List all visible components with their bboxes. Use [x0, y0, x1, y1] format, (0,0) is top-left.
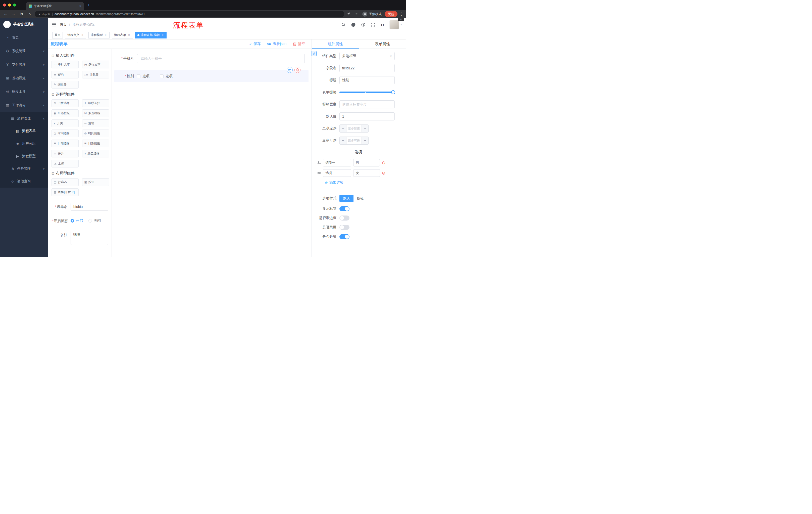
sidebar-item-process-mgmt[interactable]: ☰ 流程管理 ∧ — [0, 112, 48, 125]
drag-handle-icon[interactable] — [317, 171, 321, 175]
tag-process-definition[interactable]: 流程定义 × — [65, 32, 86, 38]
minus-icon[interactable]: − — [340, 137, 346, 144]
sidebar-item-process-model[interactable]: ▶ 流程模型 — [0, 150, 48, 162]
option-value-input[interactable] — [353, 159, 380, 166]
palette-item-checkbox-group[interactable]: ☑多选框组 — [82, 109, 109, 117]
palette-item-select[interactable]: ⊙下拉选择 — [52, 99, 79, 107]
close-icon[interactable]: × — [161, 33, 164, 37]
font-size-icon[interactable]: TT — [380, 23, 384, 27]
form-name-input[interactable] — [70, 203, 108, 211]
remove-option-icon[interactable]: ⊖ — [382, 161, 385, 165]
sidebar-item-home[interactable]: ◔ 首页 — [0, 31, 48, 44]
palette-item-upload[interactable]: ☁上传 — [52, 160, 79, 167]
field-name-input[interactable] — [340, 64, 395, 72]
palette-item-color-picker[interactable]: ◑颜色选择 — [82, 150, 109, 157]
sidebar-item-infra[interactable]: ⊞ 基础设施 ∨ — [0, 72, 48, 85]
new-tab-button[interactable]: + — [87, 2, 90, 8]
back-icon[interactable]: ← — [2, 11, 8, 17]
phone-input[interactable] — [137, 54, 305, 63]
minimize-window-button[interactable] — [8, 3, 11, 6]
form-canvas[interactable]: 手机号 性别 选项一 选项二 — [112, 49, 312, 257]
tag-process-form[interactable]: 流程表单 × — [112, 32, 133, 38]
palette-item-row-container[interactable]: ◫行容器 — [52, 178, 79, 186]
palette-item-editor[interactable]: ✎编辑器 — [52, 81, 79, 88]
stepper-placeholder[interactable]: 至少应选 — [346, 125, 361, 132]
palette-item-multi-text[interactable]: ▤多行文本 — [82, 61, 109, 69]
close-window-button[interactable] — [3, 3, 6, 6]
tag-process-form-edit[interactable]: 流程表单-编辑 × — [135, 32, 167, 38]
fullscreen-icon[interactable] — [371, 23, 375, 27]
border-toggle[interactable] — [340, 216, 349, 220]
plus-icon[interactable]: + — [361, 125, 368, 132]
plus-icon[interactable]: + — [361, 137, 368, 144]
save-button[interactable]: ✓ 保存 — [249, 42, 261, 46]
gender-option-1[interactable]: 选项一 — [137, 74, 153, 78]
palette-item-cascader[interactable]: ⋔级联选择 — [82, 99, 109, 107]
status-radio-off[interactable]: 关闭 — [88, 218, 101, 223]
palette-item-button[interactable]: ▣按钮 — [82, 178, 109, 186]
address-bar[interactable]: ▲ 不安全 dashboard.yudao.iocoder.cn/bpm/man… — [35, 11, 344, 17]
component-type-select[interactable]: 多选框组 ∨ — [340, 52, 395, 60]
style-button-button[interactable]: 按钮 — [353, 195, 367, 202]
add-option-button[interactable]: ⊕ 添加选项 — [325, 180, 400, 185]
tag-home[interactable]: 首页 — [52, 32, 63, 38]
clear-button[interactable]: 清空 — [293, 42, 305, 46]
palette-item-time-picker[interactable]: ◷时间选择 — [52, 130, 79, 137]
palette-item-slider[interactable]: ⊸滑块 — [82, 119, 109, 127]
palette-item-switch[interactable]: ◐开关 — [52, 119, 79, 127]
gender-option-2[interactable]: 选项二 — [160, 74, 176, 78]
security-warning[interactable]: ▲ 不安全 — [38, 12, 50, 16]
palette-item-single-text[interactable]: ▭单行文本 — [52, 61, 79, 69]
close-icon[interactable]: × — [81, 33, 84, 37]
sidebar-item-user-group[interactable]: ☻ 用户分组 — [0, 137, 48, 150]
palette-item-date-range[interactable]: ⊞日期范围 — [82, 140, 109, 147]
label-width-input[interactable] — [340, 100, 395, 108]
forward-icon[interactable]: → — [10, 11, 17, 17]
tab-close-icon[interactable]: × — [79, 4, 81, 8]
grid-slider[interactable] — [340, 88, 395, 96]
disabled-toggle[interactable] — [340, 225, 349, 230]
search-icon[interactable] — [342, 23, 346, 27]
canvas-field-gender-selected[interactable]: 性别 选项一 选项二 — [114, 70, 309, 82]
slider-handle[interactable] — [391, 90, 395, 94]
github-icon[interactable] — [351, 22, 356, 27]
tab-component-props[interactable]: 组件属性 — [312, 39, 359, 49]
status-radio-on[interactable]: 开启 — [70, 218, 83, 223]
remove-option-icon[interactable]: ⊖ — [382, 171, 385, 175]
sidebar-item-task-mgmt[interactable]: ⋔ 任务管理 ∨ — [0, 162, 48, 175]
close-icon[interactable]: × — [104, 33, 107, 37]
delete-field-button[interactable] — [294, 67, 300, 73]
palette-item-rate[interactable]: ☆评分 — [52, 150, 79, 157]
drag-handle-icon[interactable] — [317, 161, 321, 164]
tab-form-props[interactable]: 表单属性 — [359, 39, 406, 49]
sidebar-item-pay[interactable]: ¥ 支付管理 ∨ — [0, 58, 48, 72]
help-icon[interactable] — [361, 22, 366, 27]
copy-field-button[interactable] — [287, 67, 293, 73]
update-button[interactable]: 更新 — [385, 11, 398, 17]
palette-item-password[interactable]: ⊟密码 — [52, 71, 79, 78]
style-default-button[interactable]: 默认 — [340, 195, 353, 202]
browser-menu-icon[interactable]: ⋮ — [400, 12, 404, 16]
link-icon[interactable] — [312, 51, 317, 56]
sidebar-item-dev-tools[interactable]: ⚒ 研发工具 ∨ — [0, 85, 48, 99]
default-value-input[interactable] — [340, 112, 395, 120]
stepper-placeholder[interactable]: 最多可选 — [346, 137, 361, 144]
show-label-toggle[interactable] — [340, 206, 349, 211]
palette-item-table[interactable]: ▦表格[开发中] — [52, 188, 79, 196]
form-remark-textarea[interactable]: 嘿嘿 — [70, 231, 108, 245]
sidebar-collapse-icon[interactable] — [52, 23, 56, 27]
palette-item-time-range[interactable]: ◷时间范围 — [82, 130, 109, 137]
sidebar-item-process-form[interactable]: ▤ 流程表单 — [0, 125, 48, 137]
zoom-window-button[interactable] — [13, 3, 16, 6]
chevron-down-icon[interactable]: ∨ — [398, 18, 404, 21]
title-input[interactable] — [340, 76, 395, 84]
bookmark-star-icon[interactable]: ☆ — [354, 12, 359, 16]
breadcrumb-home[interactable]: 首页 — [60, 22, 67, 27]
palette-item-counter[interactable]: 123计数器 — [82, 71, 109, 78]
home-icon[interactable]: ⌂ — [27, 11, 33, 17]
minus-icon[interactable]: − — [340, 125, 346, 132]
option-label-input[interactable] — [323, 169, 351, 177]
required-toggle[interactable] — [340, 234, 349, 239]
palette-item-date-picker[interactable]: ⊞日期选择 — [52, 140, 79, 147]
close-icon[interactable]: × — [127, 33, 130, 37]
